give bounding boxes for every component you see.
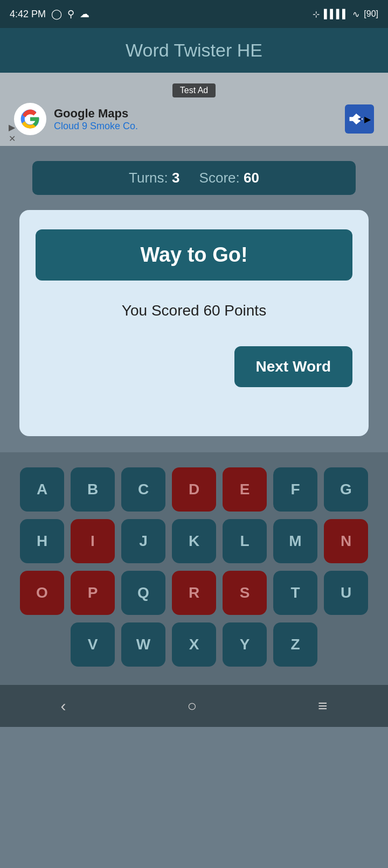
key-a[interactable]: A	[20, 467, 64, 512]
key-p[interactable]: P	[71, 571, 115, 615]
key-q[interactable]: Q	[121, 571, 165, 615]
key-u[interactable]: U	[324, 571, 368, 615]
ad-navigate-icon[interactable]: ▶	[345, 104, 374, 134]
key-t[interactable]: T	[273, 571, 317, 615]
key-h[interactable]: H	[20, 519, 64, 563]
key-row-0: ABCDEFG	[9, 467, 379, 512]
key-g[interactable]: G	[324, 467, 368, 512]
key-x[interactable]: X	[172, 622, 216, 667]
score-label: Score:	[199, 170, 240, 186]
key-s[interactable]: S	[223, 571, 267, 615]
ad-label: Test Ad	[172, 83, 216, 97]
key-l[interactable]: L	[223, 519, 267, 563]
key-n[interactable]: N	[324, 519, 368, 563]
key-w[interactable]: W	[121, 622, 165, 667]
google-logo	[14, 103, 46, 135]
dialog-title-banner: Way to Go!	[36, 229, 352, 281]
ad-text-block: Google Maps Cloud 9 Smoke Co.	[54, 107, 337, 132]
turns-label: Turns:	[129, 170, 168, 186]
score-bar: Turns: 3 Score: 60	[32, 161, 356, 195]
status-left: 4:42 PM ◯ ⚲ ☁	[10, 8, 89, 20]
key-y[interactable]: Y	[223, 622, 267, 667]
keyboard: ABCDEFGHIJKLMNOPQRSTUVWXYZ	[0, 452, 388, 685]
vibrate-icon: ⊹	[313, 9, 320, 19]
signal-icon: ▌▌▌▌	[324, 9, 348, 19]
ad-close-button[interactable]: ✕	[9, 134, 16, 144]
key-row-3: VWXYZ	[9, 622, 379, 667]
next-word-button[interactable]: Next Word	[234, 346, 353, 387]
dialog-score-text: You Scored 60 Points	[36, 302, 352, 319]
ad-content: Google Maps Cloud 9 Smoke Co. ▶	[9, 103, 379, 135]
whatsapp-icon: ◯	[51, 8, 62, 20]
status-right: ⊹ ▌▌▌▌ ∿ [90]	[313, 9, 378, 19]
cloud-icon: ☁	[80, 8, 89, 20]
usb-icon: ⚲	[67, 8, 74, 20]
key-i[interactable]: I	[71, 519, 115, 563]
nav-bar: ‹ ○ ≡	[0, 685, 388, 727]
key-e[interactable]: E	[223, 467, 267, 512]
time-display: 4:42 PM	[10, 9, 46, 20]
wifi-icon: ∿	[352, 9, 359, 19]
app-title: Word Twister HE	[0, 40, 388, 61]
battery-display: [90]	[364, 9, 378, 19]
dialog-title-text: Way to Go!	[140, 243, 247, 266]
home-button[interactable]: ○	[187, 697, 197, 715]
key-b[interactable]: B	[71, 467, 115, 512]
ad-company: Google Maps	[54, 107, 337, 121]
key-row-2: OPQRSTU	[9, 571, 379, 615]
key-z[interactable]: Z	[273, 622, 317, 667]
key-j[interactable]: J	[121, 519, 165, 563]
score-value: 60	[244, 170, 259, 186]
key-c[interactable]: C	[121, 467, 165, 512]
dialog: Way to Go! You Scored 60 Points Next Wor…	[19, 210, 369, 436]
key-f[interactable]: F	[273, 467, 317, 512]
ad-controls: ▶ ✕	[9, 122, 16, 144]
status-bar: 4:42 PM ◯ ⚲ ☁ ⊹ ▌▌▌▌ ∿ [90]	[0, 0, 388, 28]
ad-banner: Test Ad Google Maps Cloud 9 Smoke Co. ▶ …	[0, 73, 388, 146]
app-header: Word Twister HE	[0, 28, 388, 73]
key-k[interactable]: K	[172, 519, 216, 563]
key-m[interactable]: M	[273, 519, 317, 563]
ad-subtitle: Cloud 9 Smoke Co.	[54, 121, 337, 132]
menu-button[interactable]: ≡	[318, 697, 328, 715]
back-button[interactable]: ‹	[60, 697, 66, 715]
key-row-1: HIJKLMN	[9, 519, 379, 563]
key-d[interactable]: D	[172, 467, 216, 512]
turns-value: 3	[172, 170, 179, 186]
key-v[interactable]: V	[71, 622, 115, 667]
ad-play-button[interactable]: ▶	[9, 122, 16, 132]
score-text: Turns: 3 Score: 60	[129, 170, 259, 186]
key-r[interactable]: R	[172, 571, 216, 615]
key-o[interactable]: O	[20, 571, 64, 615]
